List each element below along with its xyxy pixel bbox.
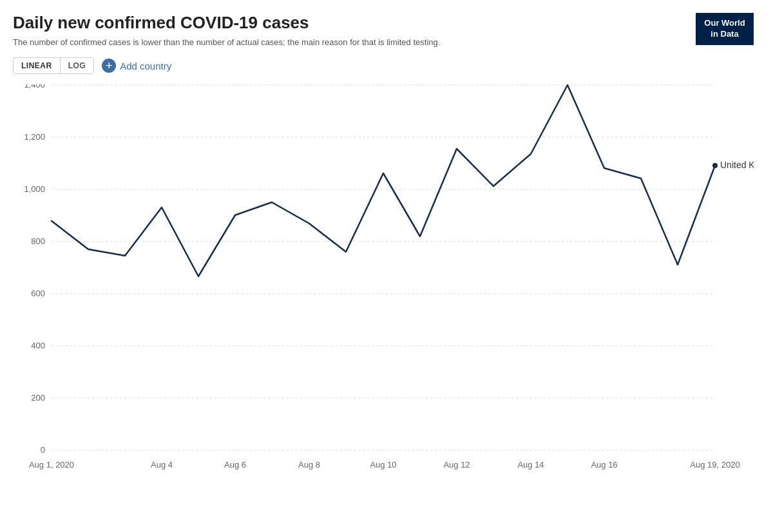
chart-svg: .grid-line { stroke: #ddd; stroke-dashar… bbox=[13, 84, 754, 484]
page-container: Daily new confirmed COVID-19 cases The n… bbox=[0, 0, 773, 532]
add-country-label: Add country bbox=[120, 61, 171, 71]
y-label-800: 800 bbox=[31, 236, 45, 246]
y-label-1400: 1,400 bbox=[24, 84, 45, 90]
log-button[interactable]: LOG bbox=[61, 58, 94, 73]
x-label-aug12: Aug 12 bbox=[443, 460, 470, 470]
y-label-200: 200 bbox=[31, 393, 45, 403]
uk-data-line bbox=[52, 85, 715, 276]
x-label-aug6: Aug 6 bbox=[224, 460, 246, 470]
controls-bar: LINEAR LOG + Add country bbox=[13, 57, 754, 74]
x-label-aug19: Aug 19, 2020 bbox=[690, 460, 740, 470]
country-label: United Kingdom bbox=[720, 160, 754, 170]
add-country-button[interactable]: + Add country bbox=[102, 59, 171, 73]
chart-area: .grid-line { stroke: #ddd; stroke-dashar… bbox=[13, 84, 754, 484]
x-label-aug1: Aug 1, 2020 bbox=[29, 460, 74, 470]
x-label-aug14: Aug 14 bbox=[517, 460, 544, 470]
scale-toggle: LINEAR LOG bbox=[13, 57, 94, 74]
last-point-dot bbox=[712, 163, 718, 168]
title-section: Daily new confirmed COVID-19 cases The n… bbox=[13, 13, 696, 48]
y-label-400: 400 bbox=[31, 341, 45, 350]
x-label-aug8: Aug 8 bbox=[298, 460, 320, 470]
y-label-600: 600 bbox=[31, 289, 45, 298]
chart-subtitle: The number of confirmed cases is lower t… bbox=[13, 37, 496, 48]
header: Daily new confirmed COVID-19 cases The n… bbox=[13, 13, 754, 48]
owid-logo: Our World in Data bbox=[696, 13, 754, 45]
y-label-0: 0 bbox=[41, 445, 45, 455]
chart-title: Daily new confirmed COVID-19 cases bbox=[13, 13, 696, 33]
x-label-aug10: Aug 10 bbox=[370, 460, 396, 470]
linear-button[interactable]: LINEAR bbox=[14, 58, 61, 73]
y-label-1000: 1,000 bbox=[24, 184, 45, 194]
x-label-aug4: Aug 4 bbox=[151, 460, 173, 470]
y-label-1200: 1,200 bbox=[24, 132, 45, 142]
x-label-aug16: Aug 16 bbox=[591, 460, 617, 470]
add-icon: + bbox=[102, 59, 116, 73]
